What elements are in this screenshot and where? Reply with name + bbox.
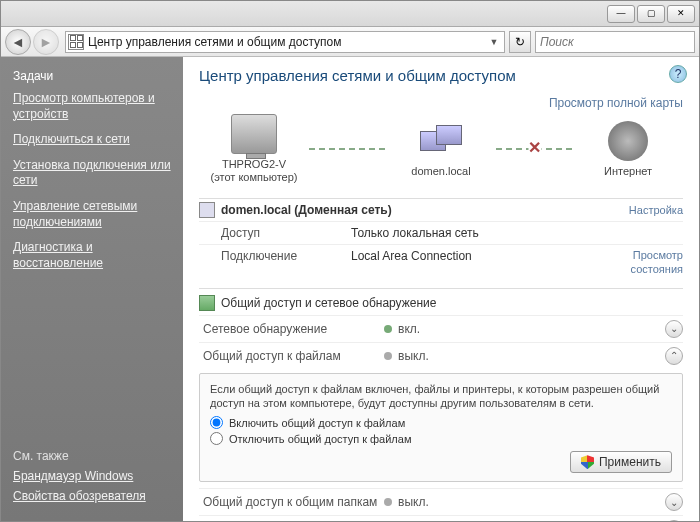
address-bar[interactable]: Центр управления сетями и общим доступом… bbox=[65, 31, 505, 53]
page-title: Центр управления сетями и общим доступом bbox=[199, 67, 683, 84]
control-panel-icon bbox=[68, 34, 84, 50]
row-access: Доступ Только локальная сеть bbox=[199, 221, 683, 244]
node-domain-name: domen.local bbox=[386, 165, 496, 178]
option-public-folder-sharing: Общий доступ к общим папкам выкл. ⌄ bbox=[199, 488, 683, 515]
radio-enable-file-sharing[interactable]: Включить общий доступ к файлам bbox=[210, 416, 672, 429]
expand-button[interactable]: ⌄ bbox=[665, 493, 683, 511]
address-text: Центр управления сетями и общим доступом bbox=[88, 35, 486, 49]
sharing-section-header: Общий доступ и сетевое обнаружение bbox=[199, 288, 683, 315]
tasks-header: Задачи bbox=[13, 69, 171, 83]
node-internet-name: Интернет bbox=[573, 165, 683, 178]
window: — ▢ ✕ ◄ ► Центр управления сетями и общи… bbox=[0, 0, 700, 522]
public-sharing-value: выкл. bbox=[398, 495, 429, 509]
customize-link[interactable]: Настройка bbox=[629, 204, 683, 216]
task-setup-connection[interactable]: Установка подключения или сети bbox=[13, 158, 171, 189]
access-value: Только локальная сеть bbox=[351, 226, 683, 240]
radio-disable-label: Отключить общий доступ к файлам bbox=[229, 433, 411, 445]
maximize-button[interactable]: ▢ bbox=[637, 5, 665, 23]
apply-label: Применить bbox=[599, 455, 661, 469]
network-icon bbox=[418, 121, 464, 161]
node-pc-sub: (этот компьютер) bbox=[199, 171, 309, 184]
globe-icon bbox=[605, 121, 651, 161]
link-firewall[interactable]: Брандмауэр Windows bbox=[13, 469, 171, 483]
file-sharing-detail: Если общий доступ к файлам включен, файл… bbox=[199, 373, 683, 483]
status-dot-on-icon bbox=[384, 325, 392, 333]
minimize-button[interactable]: — bbox=[607, 5, 635, 23]
radio-disable-input[interactable] bbox=[210, 432, 223, 445]
expand-button[interactable]: ⌄ bbox=[665, 520, 683, 521]
view-status-link[interactable]: Просмотр состояния bbox=[603, 249, 683, 275]
status-dot-off-icon bbox=[384, 352, 392, 360]
radio-enable-input[interactable] bbox=[210, 416, 223, 429]
file-sharing-label: Общий доступ к файлам bbox=[199, 349, 384, 363]
back-button[interactable]: ◄ bbox=[5, 29, 31, 55]
see-also-header: См. также bbox=[13, 449, 171, 463]
shield-icon bbox=[581, 455, 594, 469]
refresh-button[interactable]: ↻ bbox=[509, 31, 531, 53]
option-use-sharing: Использование общего доступа ⌄ bbox=[199, 515, 683, 521]
forward-button[interactable]: ► bbox=[33, 29, 59, 55]
node-internet[interactable]: Интернет bbox=[573, 121, 683, 178]
task-view-computers[interactable]: Просмотр компьютеров и устройств bbox=[13, 91, 171, 122]
node-this-pc[interactable]: THPROG2-V (этот компьютер) bbox=[199, 114, 309, 184]
close-button[interactable]: ✕ bbox=[667, 5, 695, 23]
apply-button[interactable]: Применить bbox=[570, 451, 672, 473]
status-dot-off-icon bbox=[384, 498, 392, 506]
network-map: THPROG2-V (этот компьютер) domen.local И… bbox=[199, 114, 683, 184]
node-domain[interactable]: domen.local bbox=[386, 121, 496, 178]
discovery-value: вкл. bbox=[398, 322, 420, 336]
sharing-title: Общий доступ и сетевое обнаружение bbox=[221, 296, 436, 310]
connection-value: Local Area Connection bbox=[351, 249, 603, 275]
access-label: Доступ bbox=[221, 226, 351, 240]
search-input[interactable] bbox=[540, 35, 690, 49]
network-title: domen.local (Доменная сеть) bbox=[221, 203, 629, 217]
task-connect-network[interactable]: Подключиться к сети bbox=[13, 132, 171, 148]
connection-label: Подключение bbox=[221, 249, 351, 275]
titlebar: — ▢ ✕ bbox=[1, 1, 699, 27]
search-box[interactable] bbox=[535, 31, 695, 53]
network-section-header: domen.local (Доменная сеть) Настройка bbox=[199, 198, 683, 221]
radio-disable-file-sharing[interactable]: Отключить общий доступ к файлам bbox=[210, 432, 672, 445]
connection-line bbox=[309, 148, 386, 150]
expand-button[interactable]: ⌄ bbox=[665, 320, 683, 338]
node-pc-name: THPROG2-V bbox=[199, 158, 309, 171]
network-small-icon bbox=[199, 202, 215, 218]
file-sharing-value: выкл. bbox=[398, 349, 429, 363]
sharing-icon bbox=[199, 295, 215, 311]
computer-icon bbox=[231, 114, 277, 154]
view-full-map-link[interactable]: Просмотр полной карты bbox=[199, 96, 683, 110]
help-icon[interactable]: ? bbox=[669, 65, 687, 83]
sidebar: Задачи Просмотр компьютеров и устройств … bbox=[1, 57, 183, 521]
discovery-label: Сетевое обнаружение bbox=[199, 322, 384, 336]
task-diagnose-repair[interactable]: Диагностика и восстановление bbox=[13, 240, 171, 271]
radio-enable-label: Включить общий доступ к файлам bbox=[229, 417, 405, 429]
connection-line-broken bbox=[496, 148, 573, 150]
main-content: ? Центр управления сетями и общим доступ… bbox=[183, 57, 699, 521]
collapse-button[interactable]: ⌃ bbox=[665, 347, 683, 365]
address-dropdown-icon[interactable]: ▼ bbox=[486, 37, 502, 47]
task-manage-connections[interactable]: Управление сетевыми подключениями bbox=[13, 199, 171, 230]
option-file-sharing: Общий доступ к файлам выкл. ⌃ bbox=[199, 342, 683, 369]
body: Задачи Просмотр компьютеров и устройств … bbox=[1, 57, 699, 521]
public-sharing-label: Общий доступ к общим папкам bbox=[199, 495, 384, 509]
option-network-discovery: Сетевое обнаружение вкл. ⌄ bbox=[199, 315, 683, 342]
link-internet-options[interactable]: Свойства обозревателя bbox=[13, 489, 171, 503]
file-sharing-description: Если общий доступ к файлам включен, файл… bbox=[210, 382, 672, 411]
row-connection: Подключение Local Area Connection Просмо… bbox=[199, 244, 683, 279]
navbar: ◄ ► Центр управления сетями и общим дост… bbox=[1, 27, 699, 57]
